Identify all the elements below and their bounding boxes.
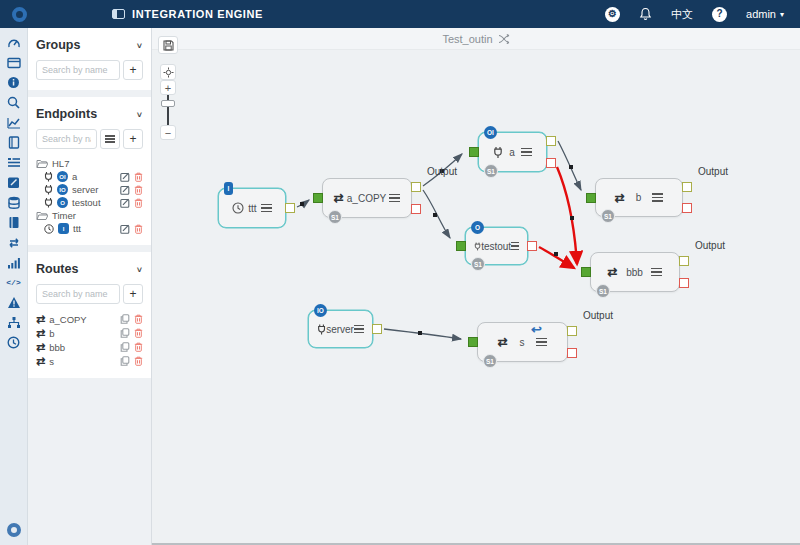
- edit-icon[interactable]: [120, 198, 130, 208]
- journal-icon[interactable]: [5, 136, 23, 149]
- node-ttt[interactable]: I ttt: [218, 188, 286, 228]
- add-endpoint-button[interactable]: +: [123, 129, 143, 149]
- book-icon[interactable]: [5, 216, 23, 229]
- trash-icon[interactable]: [134, 342, 143, 352]
- output-port[interactable]: [679, 256, 689, 266]
- input-port[interactable]: [586, 193, 596, 203]
- output-port[interactable]: [682, 182, 692, 192]
- search-icon[interactable]: [5, 96, 23, 109]
- error-port[interactable]: [527, 241, 537, 251]
- input-port[interactable]: [313, 193, 323, 203]
- notifications-bell-icon[interactable]: [639, 7, 652, 21]
- add-group-button[interactable]: +: [123, 60, 143, 80]
- dashboard-gauge-icon[interactable]: [5, 36, 23, 49]
- chart-line-icon[interactable]: [5, 116, 23, 129]
- input-port[interactable]: [469, 147, 479, 157]
- endpoints-search-input[interactable]: [36, 129, 97, 149]
- trash-icon[interactable]: [134, 198, 143, 208]
- node-menu-icon[interactable]: [261, 202, 272, 215]
- groups-search-input[interactable]: [36, 60, 120, 80]
- endpoints-list-view-button[interactable]: [100, 129, 120, 149]
- trash-icon[interactable]: [134, 314, 143, 324]
- node-a[interactable]: OI a S1: [478, 132, 547, 172]
- error-port[interactable]: [682, 203, 692, 213]
- endpoint-item-a[interactable]: OI a: [36, 170, 143, 183]
- node-testout[interactable]: O testout S1: [465, 227, 528, 265]
- sitemap-icon[interactable]: [5, 316, 23, 329]
- error-port[interactable]: [567, 348, 577, 358]
- node-menu-icon[interactable]: [536, 336, 547, 349]
- user-menu[interactable]: admin ▾: [746, 8, 784, 20]
- trash-icon[interactable]: [134, 224, 143, 234]
- repeat-loop-icon[interactable]: [5, 236, 23, 249]
- error-port[interactable]: [411, 204, 421, 214]
- sidebar-toggle-icon[interactable]: [112, 9, 125, 19]
- language-switch[interactable]: 中文: [671, 7, 693, 22]
- endpoint-item-ttt[interactable]: I ttt: [36, 222, 143, 235]
- save-button[interactable]: [158, 36, 178, 54]
- database-icon[interactable]: [5, 196, 23, 209]
- settings-gear-icon[interactable]: ⚙: [605, 7, 620, 22]
- node-menu-icon[interactable]: [521, 146, 532, 159]
- copy-icon[interactable]: [120, 342, 130, 352]
- input-port[interactable]: [468, 337, 478, 347]
- copy-icon[interactable]: [120, 356, 130, 366]
- endpoint-item-server[interactable]: IO server: [36, 183, 143, 196]
- trash-icon[interactable]: [134, 356, 143, 366]
- edit-icon[interactable]: [120, 185, 130, 195]
- edit-icon[interactable]: [120, 172, 130, 182]
- output-port[interactable]: [285, 203, 295, 213]
- help-icon[interactable]: ?: [712, 7, 727, 22]
- edit-icon[interactable]: [120, 224, 130, 234]
- routes-panel-header[interactable]: Routes ∨: [36, 258, 143, 284]
- route-item-s[interactable]: ⇄ s: [36, 354, 143, 368]
- error-port[interactable]: [546, 158, 556, 168]
- zoom-out-button[interactable]: −: [160, 125, 176, 140]
- endpoint-folder-hl7[interactable]: HL7: [36, 157, 143, 170]
- output-port[interactable]: [546, 136, 556, 146]
- endpoints-panel-header[interactable]: Endpoints ∨: [36, 103, 143, 129]
- panel-card-icon[interactable]: [5, 56, 23, 69]
- node-menu-icon[interactable]: [354, 323, 364, 336]
- trash-icon[interactable]: [134, 185, 143, 195]
- copy-icon[interactable]: [120, 328, 130, 338]
- info-icon[interactable]: [5, 76, 23, 89]
- endpoint-item-testout[interactable]: O testout: [36, 196, 143, 209]
- flow-canvas[interactable]: Test_outin: [152, 28, 800, 545]
- output-port[interactable]: [372, 324, 382, 334]
- node-s[interactable]: ↩ ⇄ s S1 Output: [477, 322, 568, 362]
- node-server[interactable]: IO server: [308, 310, 373, 348]
- trash-icon[interactable]: [134, 328, 143, 338]
- node-a-copy[interactable]: ⇄ a_COPY S1 Output: [322, 178, 412, 218]
- endpoint-folder-timer[interactable]: Timer: [36, 209, 143, 222]
- warning-icon[interactable]: [5, 296, 23, 309]
- node-b[interactable]: ⇄ b S1 Output: [595, 178, 683, 217]
- node-menu-icon[interactable]: [389, 192, 400, 205]
- zoom-slider-handle[interactable]: [161, 100, 175, 107]
- output-port[interactable]: [567, 326, 577, 336]
- node-menu-icon[interactable]: [652, 191, 663, 204]
- error-port[interactable]: [679, 278, 689, 288]
- trash-icon[interactable]: [134, 172, 143, 182]
- route-item-a-copy[interactable]: ⇄ a_COPY: [36, 312, 143, 326]
- route-item-bbb[interactable]: ⇄ bbb: [36, 340, 143, 354]
- node-type-badge: I: [224, 182, 233, 195]
- list-icon[interactable]: [5, 156, 23, 169]
- routes-search-input[interactable]: [36, 284, 120, 304]
- route-item-b[interactable]: ⇄ b: [36, 326, 143, 340]
- history-clock-icon[interactable]: [5, 336, 23, 349]
- node-bbb[interactable]: ⇄ bbb S1 Output: [590, 252, 680, 292]
- signal-bars-icon[interactable]: [5, 256, 23, 269]
- zoom-reset-button[interactable]: [160, 64, 176, 80]
- groups-panel-header[interactable]: Groups ∨: [36, 34, 143, 60]
- input-port[interactable]: [456, 241, 466, 251]
- node-menu-icon[interactable]: [651, 266, 662, 279]
- input-port[interactable]: [581, 267, 591, 277]
- node-menu-icon[interactable]: [511, 240, 519, 253]
- add-route-button[interactable]: +: [123, 284, 143, 304]
- edit-note-icon[interactable]: [5, 176, 23, 189]
- output-port[interactable]: [411, 182, 421, 192]
- copy-icon[interactable]: [120, 314, 130, 324]
- code-icon[interactable]: </>: [5, 276, 23, 289]
- zoom-in-button[interactable]: +: [160, 80, 176, 95]
